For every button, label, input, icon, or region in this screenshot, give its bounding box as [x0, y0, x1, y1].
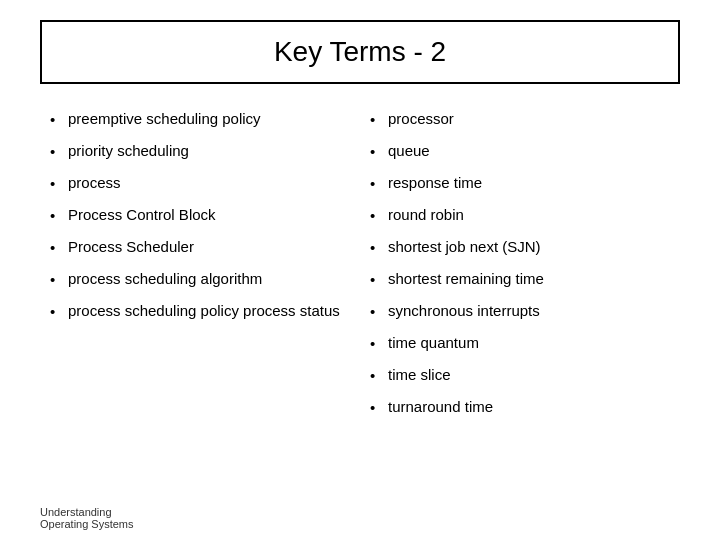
list-item-text: turnaround time: [388, 396, 493, 417]
bullet-icon: •: [370, 205, 388, 226]
list-item-text: Process Scheduler: [68, 236, 194, 257]
list-item: •Process Control Block: [50, 204, 350, 226]
list-item: •shortest remaining time: [370, 268, 670, 290]
list-item: •round robin: [370, 204, 670, 226]
footer-line1: Understanding: [40, 506, 680, 518]
list-item: •process scheduling policy process statu…: [50, 300, 350, 322]
list-item: •process scheduling algorithm: [50, 268, 350, 290]
left-list: •preemptive scheduling policy•priority s…: [50, 108, 350, 322]
bullet-icon: •: [370, 141, 388, 162]
right-column: •processor•queue•response time•round rob…: [360, 108, 680, 496]
list-item: •synchronous interrupts: [370, 300, 670, 322]
bullet-icon: •: [370, 333, 388, 354]
list-item: •Process Scheduler: [50, 236, 350, 258]
list-item-text: process scheduling policy process status: [68, 300, 340, 321]
list-item-text: process: [68, 172, 121, 193]
bullet-icon: •: [50, 269, 68, 290]
footer: Understanding Operating Systems: [40, 506, 680, 530]
bullet-icon: •: [370, 365, 388, 386]
bullet-icon: •: [370, 173, 388, 194]
list-item: •preemptive scheduling policy: [50, 108, 350, 130]
list-item: •time quantum: [370, 332, 670, 354]
list-item: •shortest job next (SJN): [370, 236, 670, 258]
page-title: Key Terms - 2: [274, 36, 446, 67]
list-item: •priority scheduling: [50, 140, 350, 162]
footer-line2: Operating Systems: [40, 518, 680, 530]
list-item-text: priority scheduling: [68, 140, 189, 161]
list-item-text: shortest job next (SJN): [388, 236, 541, 257]
list-item-text: process scheduling algorithm: [68, 268, 262, 289]
list-item-text: preemptive scheduling policy: [68, 108, 261, 129]
bullet-icon: •: [370, 397, 388, 418]
bullet-icon: •: [50, 301, 68, 322]
list-item: •processor: [370, 108, 670, 130]
bullet-icon: •: [370, 301, 388, 322]
list-item: •turnaround time: [370, 396, 670, 418]
list-item-text: processor: [388, 108, 454, 129]
right-list: •processor•queue•response time•round rob…: [370, 108, 670, 418]
bullet-icon: •: [50, 141, 68, 162]
list-item-text: time quantum: [388, 332, 479, 353]
bullet-icon: •: [370, 237, 388, 258]
bullet-icon: •: [50, 237, 68, 258]
bullet-icon: •: [370, 109, 388, 130]
list-item-text: queue: [388, 140, 430, 161]
list-item-text: shortest remaining time: [388, 268, 544, 289]
list-item-text: Process Control Block: [68, 204, 216, 225]
list-item: •process: [50, 172, 350, 194]
bullet-icon: •: [50, 173, 68, 194]
title-box: Key Terms - 2: [40, 20, 680, 84]
list-item: •queue: [370, 140, 670, 162]
list-item-text: time slice: [388, 364, 451, 385]
list-item: •response time: [370, 172, 670, 194]
page: Key Terms - 2 •preemptive scheduling pol…: [0, 0, 720, 540]
list-item-text: response time: [388, 172, 482, 193]
list-item-text: round robin: [388, 204, 464, 225]
bullet-icon: •: [50, 205, 68, 226]
bullet-icon: •: [50, 109, 68, 130]
content-area: •preemptive scheduling policy•priority s…: [40, 108, 680, 496]
bullet-icon: •: [370, 269, 388, 290]
list-item: •time slice: [370, 364, 670, 386]
left-column: •preemptive scheduling policy•priority s…: [40, 108, 360, 496]
list-item-text: synchronous interrupts: [388, 300, 540, 321]
